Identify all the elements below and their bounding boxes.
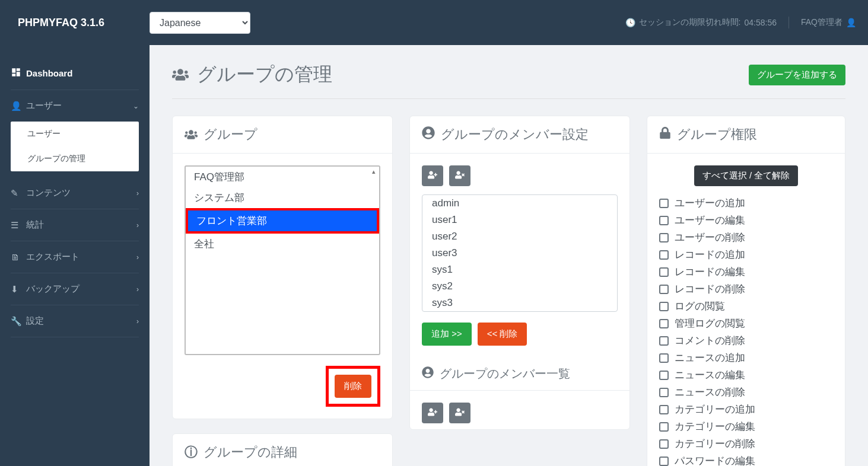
clock-icon: 🕓 [625,18,635,27]
permission-checkbox[interactable] [659,371,669,380]
submenu-users: ユーザー グループの管理 [11,122,139,171]
permission-checkbox[interactable] [659,199,669,208]
topbar-right: 🕓 セッションの期限切れ時間: 04:58:56 FAQ管理者 👤 [625,17,856,28]
remove-member-button[interactable]: << 削除 [478,323,527,346]
nav-backup[interactable]: ⬇ バックアップ › [0,273,150,305]
submenu-users-item[interactable]: ユーザー [11,122,139,146]
permission-item: コメントの削除 [659,332,833,349]
nav-export[interactable]: 🗎 エクスポート › [0,241,150,273]
permission-item: カテゴリーの削除 [659,435,833,452]
permission-label: レコードの編集 [675,265,745,279]
member-item[interactable]: user3 [422,245,617,261]
group-details-header-text: グループの詳細 [204,443,297,461]
available-members-listbox[interactable]: admin user1 user2 user3 sys1 sys2 sys3 [422,194,618,312]
nav-users[interactable]: 👤 ユーザー ⌄ [0,90,150,122]
permission-item: レコードの追加 [659,246,833,263]
permission-label: 管理ログの閲覧 [675,317,745,330]
permission-label: ニュースの追加 [675,351,745,365]
permission-item: ユーザーの削除 [659,229,833,246]
group-details-card: ⓘ グループの詳細 [172,433,393,466]
permission-checkbox[interactable] [659,267,669,277]
add-group-button[interactable]: グループを追加する [749,65,845,85]
chevron-right-icon: › [136,221,139,229]
chevron-right-icon: › [136,317,139,325]
permission-checkbox[interactable] [659,319,669,328]
permission-checkbox[interactable] [659,216,669,225]
submenu-groups-item[interactable]: グループの管理 [11,146,139,171]
permission-checkbox[interactable] [659,250,669,260]
permission-checkbox[interactable] [659,233,669,242]
groups-header-text: グループ [204,126,257,143]
member-item[interactable]: sys1 [422,261,617,278]
permission-checkbox[interactable] [659,302,669,311]
permission-item: カテゴリーの追加 [659,401,833,418]
group-item[interactable]: 全社 [186,234,379,254]
permission-label: コメントの削除 [675,334,745,347]
perms-header-text: グループ権限 [677,126,757,143]
select-all-members-button[interactable] [422,165,443,186]
member-item[interactable]: user1 [422,212,617,228]
user-times-icon [455,170,465,180]
member-item[interactable]: user2 [422,228,617,245]
scroll-arrow-icon[interactable]: ▴ [370,168,378,176]
permission-item: レコードの削除 [659,280,833,298]
nav-dashboard[interactable]: Dashboard [0,57,150,90]
member-item[interactable]: admin [422,195,617,212]
info-icon: ⓘ [185,443,198,461]
nav-export-label: エクスポート [26,251,80,263]
members-list-header-text: グループのメンバー一覧 [440,366,570,382]
toggle-all-perms-button[interactable]: すべて選択 / 全て解除 [694,165,799,186]
group-item[interactable]: システム部 [186,187,379,208]
permission-item: ログの閲覧 [659,298,833,315]
nav-settings[interactable]: 🔧 設定 › [0,305,150,337]
session-info: 🕓 セッションの期限切れ時間: 04:58:56 [625,17,777,28]
user-plus-icon [428,170,437,180]
deselect-all-assigned-button[interactable] [449,403,470,423]
admin-user-link[interactable]: FAQ管理者 👤 [801,17,856,28]
permission-item: レコードの編集 [659,263,833,280]
dashboard-icon [11,67,20,79]
permission-item: 管理ログの閲覧 [659,315,833,332]
permission-checkbox[interactable] [659,405,669,414]
language-select[interactable]: Japanese [150,12,250,34]
group-item-selected[interactable]: フロント営業部 [188,210,377,231]
user-circle-icon [422,366,434,381]
add-member-button[interactable]: 追加 >> [422,323,472,346]
user-plus-icon [428,407,437,417]
permission-label: レコードの削除 [675,282,745,296]
select-all-assigned-button[interactable] [422,403,443,423]
chevron-down-icon: ⌄ [133,102,139,110]
users-icon [185,128,198,141]
deselect-all-members-button[interactable] [449,165,470,186]
session-time: 04:58:56 [744,18,777,27]
permission-label: カテゴリーの追加 [675,403,755,416]
permission-item: カテゴリーの編集 [659,418,833,435]
nav-stats[interactable]: ☰ 統計 › [0,209,150,241]
members-card: グループのメンバー設定 admin user1 user2 [409,116,630,430]
permission-checkbox[interactable] [659,439,669,449]
permission-checkbox[interactable] [659,422,669,432]
user-circle-icon [422,126,435,143]
group-item[interactable]: FAQ管理部 [186,167,379,187]
groups-listbox[interactable]: ▴ FAQ管理部 システム部 フロント営業部 全社 [185,165,380,355]
permission-checkbox[interactable] [659,285,669,294]
nav-stats-label: 統計 [26,219,44,231]
nav-contents-label: コンテンツ [26,187,71,199]
permission-checkbox[interactable] [659,336,669,346]
wrench-icon: 🔧 [11,316,20,327]
chevron-right-icon: › [136,285,139,293]
member-item[interactable]: sys3 [422,295,617,311]
nav-contents[interactable]: ✎ コンテンツ › [0,177,150,209]
highlight-selected: フロント営業部 [186,208,379,234]
member-item[interactable]: sys2 [422,278,617,295]
permission-checkbox[interactable] [659,388,669,397]
brand-title: PHPMYFAQ 3.1.6 [12,17,150,29]
permission-label: レコードの追加 [675,248,745,261]
nav-users-label: ユーザー [26,100,62,111]
divider [788,17,789,28]
permission-checkbox[interactable] [659,457,669,466]
delete-group-button[interactable]: 削除 [335,375,371,398]
chevron-right-icon: › [136,253,139,261]
tasks-icon: ☰ [11,220,20,231]
permission-checkbox[interactable] [659,353,669,363]
